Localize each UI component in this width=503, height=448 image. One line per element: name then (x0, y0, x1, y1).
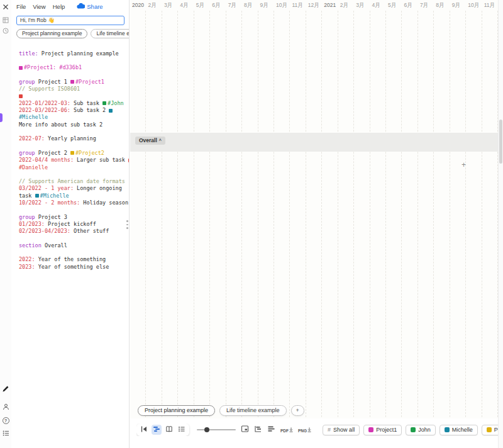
month-label: 3月 (356, 2, 364, 8)
editor-line: group Project 1 #Project1 (19, 79, 129, 86)
grid-column (386, 11, 402, 417)
profile-button[interactable] (2, 403, 9, 410)
hash-icon: # (328, 427, 331, 433)
close-icon (3, 4, 9, 10)
export-png-button[interactable]: PNG (298, 427, 311, 433)
close-button[interactable] (2, 3, 9, 11)
code-text: 10/2022 - 2 months: (19, 199, 80, 206)
editor-line: 2022-01/2022-03: Sub task #John (19, 100, 129, 107)
month-column: 5月 (386, 0, 402, 11)
book-view-button[interactable] (164, 425, 174, 435)
row-style-button[interactable] (267, 425, 275, 435)
code-text: Project 3 (35, 214, 67, 220)
code-text: Project kickoff (45, 221, 96, 227)
add-timeline-tab-button[interactable]: + (291, 405, 304, 416)
month-label: 4月 (372, 2, 380, 8)
timeline-panel[interactable]: 20202月3月4月5月6月7月8月9月10月11月12月20212月3月4月5… (130, 0, 503, 448)
bottom-tabs: Project planning exampleLife timeline ex… (138, 405, 304, 416)
code-text: 03/2022 - 1 year: (19, 185, 74, 191)
month-label: 2月 (148, 2, 156, 8)
month-column: 4月 (370, 0, 386, 11)
history-button[interactable] (2, 27, 9, 35)
month-column: 9月 (258, 0, 274, 11)
code-text: #Michelle (19, 114, 48, 120)
code-text: Overall (41, 242, 67, 249)
code-text: 2023: (19, 264, 35, 270)
autofit-button[interactable] (254, 425, 262, 435)
editor-line (19, 43, 129, 50)
month-label: 7月 (420, 2, 428, 8)
clock-icon (3, 28, 9, 34)
code-text: #d336b1 (56, 64, 82, 70)
zoom-slider[interactable] (197, 429, 236, 430)
editor-line: 2022: Year of the something (19, 256, 129, 263)
menu-item[interactable]: File (16, 3, 26, 10)
month-column: 8月 (434, 0, 450, 11)
vertical-scrollbar[interactable] (498, 0, 503, 448)
minimap-toggle-button[interactable] (241, 425, 249, 435)
slider-knob[interactable] (204, 427, 209, 432)
grid-column (402, 11, 417, 417)
list-view-button[interactable] (177, 425, 187, 435)
slider-track[interactable] (197, 429, 236, 430)
editor-line: task #Michelle (19, 193, 129, 199)
changelog-button[interactable] (2, 429, 9, 437)
menu-item[interactable]: Help (53, 3, 65, 10)
filter-button[interactable]: #Show all (323, 425, 360, 435)
editor-line: 02/2023-04/2023: Other stuff (19, 228, 129, 235)
tag-color-swatch (128, 159, 130, 162)
month-column: 8月 (242, 0, 258, 11)
bottom-tab[interactable]: Project planning example (138, 405, 215, 416)
accent-notch[interactable] (0, 113, 3, 122)
grid-column (162, 11, 178, 417)
month-label: 9月 (452, 2, 460, 8)
share-button[interactable]: Share (77, 3, 102, 10)
editor-line: group Project 2 #Project2 (19, 150, 129, 157)
editor-line: title: Project planning example (19, 50, 129, 57)
doc-tab[interactable]: Project planning example (16, 29, 87, 38)
filter-button[interactable]: Project1 (363, 425, 402, 435)
scrollbar-thumb[interactable] (499, 120, 502, 164)
month-label: 10月 (276, 2, 287, 8)
timeline-toolbar: PDF PNG #Show allProject1JohnMichellePro… (136, 423, 503, 436)
editor-line (19, 171, 129, 178)
person-icon (3, 403, 9, 410)
month-label: 3月 (164, 2, 172, 8)
jump-to-start-button[interactable] (139, 425, 149, 435)
greeting-input[interactable] (16, 16, 124, 25)
pdf-label: PDF (280, 428, 289, 433)
timeline-view-button[interactable] (152, 425, 162, 435)
editor[interactable]: title: Project planning example #Project… (11, 38, 129, 271)
editor-panel: FileViewHelp Share Project planning exam… (11, 0, 130, 448)
panel-resize-handle[interactable] (126, 220, 128, 231)
month-column: 6月 (402, 0, 417, 11)
code-text: 2022-07: (19, 135, 45, 142)
section-header-overall[interactable]: Overall ^ (135, 137, 165, 145)
month-label: 10月 (468, 2, 479, 8)
add-event-hint[interactable]: + (462, 160, 466, 169)
greeting-row (11, 12, 129, 25)
grid-column (482, 11, 498, 417)
code-text: section (19, 242, 41, 249)
layout-button[interactable] (2, 16, 9, 24)
tag-color-swatch (19, 66, 23, 70)
frame-icon (241, 424, 249, 435)
grid-column (450, 11, 466, 417)
editor-line (19, 143, 129, 150)
filter-button[interactable]: Michelle (439, 425, 478, 435)
help-button[interactable]: ? (2, 417, 9, 424)
tag-color-square (445, 427, 450, 432)
edit-mode-button[interactable] (2, 385, 9, 393)
export-pdf-button[interactable]: PDF (280, 427, 293, 433)
grid-column (274, 11, 290, 417)
doc-tab[interactable]: Life timeline example (91, 29, 129, 38)
bottom-tab[interactable]: Life timeline example (219, 405, 287, 416)
tag-color-square (368, 427, 373, 432)
menu-item[interactable]: View (33, 3, 45, 10)
timeline-grid (130, 11, 498, 417)
question-icon: ? (3, 417, 9, 424)
filter-button[interactable]: John (406, 425, 436, 435)
grid-column (242, 11, 258, 417)
collapse-caret-icon: ^ (159, 138, 162, 143)
month-column: 11月 (290, 0, 306, 11)
